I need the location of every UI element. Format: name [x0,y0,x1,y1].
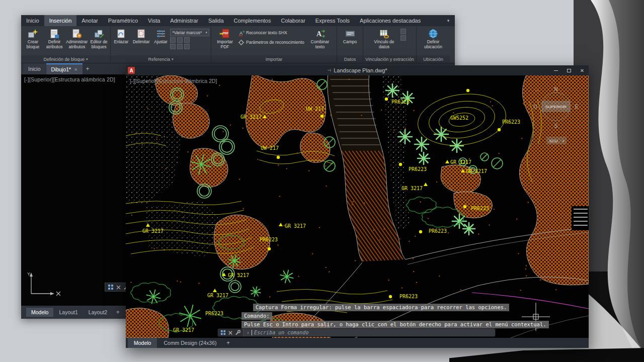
definir-atributos-button[interactable]: Definir atributos [44,28,65,50]
customize-grid-icon[interactable] [220,330,226,335]
manage-attributes-icon [71,28,83,39]
ribbon-tab-salida[interactable]: Salida [203,15,229,26]
compass-west: O [533,104,537,110]
panel-label-referencia[interactable]: Referencia▾ [111,55,211,63]
close-icon[interactable] [116,285,121,290]
minimize-button[interactable] [549,65,562,75]
xref-tool-icon[interactable] [184,44,190,49]
layout-tabs-back: ModeloLayout1Layout2 [26,308,112,317]
panel-vinculacion: Vínculo de datos Vinculación y extracció… [363,26,417,63]
layout-tab-layout1[interactable]: Layout1 [54,308,83,317]
layout-tab-layout2[interactable]: Layout2 [84,308,112,317]
plant-label: GW5252 [450,115,468,121]
plant-label: GR 3217 [466,168,487,174]
close-icon[interactable] [228,330,233,335]
panel-label-ubicacion[interactable]: Ubicación [417,55,450,63]
close-button[interactable]: ✕ [576,65,589,75]
importar-pdf-button[interactable]: PDF Importar PDF [213,28,237,50]
recognition-settings-icon [238,39,245,46]
adjust-icon [155,28,167,39]
plant-label: GR 3217 [142,228,164,234]
xref-tool-icon[interactable] [177,44,183,49]
customize-grid-icon[interactable] [108,284,114,290]
maximize-button[interactable] [562,65,576,75]
ribbon-tab-vista[interactable]: Vista [143,15,165,26]
reconocer-texto-shx-button[interactable]: A Reconocer texto SHX [238,29,306,37]
delimitar-button[interactable]: Delimitar [131,28,151,45]
svg-text:A: A [316,30,322,38]
panel-label-importar[interactable]: Importar [211,55,337,63]
panel-label-definicion-de-bloque[interactable]: Definición de bloque▾ [21,55,110,63]
ribbon-tab-inicio[interactable]: Inicio [21,15,44,26]
ajustar-button[interactable]: Ajustar [152,28,170,45]
ribbon-tab-express-tools[interactable]: Express Tools [310,15,355,26]
ribbon-tab-colaborar[interactable]: Colaborar [276,15,310,26]
xref-tool-icon[interactable] [177,37,183,43]
panel-referencia: Enlazar Delimitar Ajustar *Variar marcos… [111,26,211,63]
compass-east: E [575,104,579,110]
ribbon-tab-complementos[interactable]: Complementos [229,15,276,26]
xref-tool-icon[interactable] [170,37,176,43]
ribbon-options-button[interactable]: ▾ [442,15,455,26]
layout-tab-modelo[interactable]: Modelo [128,338,157,348]
plant-label: PR6223 [502,119,520,125]
plant-label: GR 3217 [450,159,471,165]
xref-tool-icon[interactable] [184,37,190,43]
window-title: Landscape Plan.dwg* [334,67,387,73]
wrench-icon[interactable] [235,330,240,335]
drawing-canvas[interactable]: GR 3217UW 217PR6223GW5252PR6223UW 217GR … [126,75,589,338]
file-tab-dibujo1[interactable]: Dibujo1*✕ [46,63,83,74]
variar-marcos-dropdown[interactable]: *Variar marcos*▾ [170,29,209,36]
file-tab-inicio[interactable]: Inicio [23,63,46,74]
shrub-symbol [418,152,430,164]
ribbon-tab-aplicaciones-destacadas[interactable]: Aplicaciones destacadas [355,15,426,26]
text-caret [252,330,252,335]
parametros-de-reconocimiento-button[interactable]: Parámetros de reconocimiento [238,38,306,47]
field-icon [345,28,356,39]
new-layout-button[interactable]: + [223,339,233,346]
layout-tab-comm-design-24x36[interactable]: Comm Design (24x36) [157,338,222,348]
new-drawing-tab-button[interactable]: + [83,63,93,74]
new-layout-button[interactable]: + [113,309,123,316]
vinculo-de-datos-button[interactable]: Vínculo de datos [371,28,397,50]
shrub-symbol [463,223,475,235]
editor-de-bloques-button[interactable]: Editor de bloques [89,28,109,50]
ribbon-tab-inserci-n[interactable]: Inserción [44,15,77,26]
viewport-controls-label[interactable]: [-][Superior][Estructura alámbrica 2D] [24,76,115,82]
ribbon-tab-administrar[interactable]: Administrar [165,15,203,26]
plant-label: PR6223 [260,237,278,242]
extract-data-icon[interactable] [400,29,406,34]
viewport-controls-label[interactable]: [-][Superior][Estructura alámbrica 2D] [130,78,217,84]
upload-data-icon[interactable] [400,35,406,41]
landscape-plan-window: A ⊣ Landscape Plan.dwg* ✕ [126,65,589,348]
command-input[interactable]: › Escriba un comando [244,329,495,336]
crear-bloque-button[interactable]: Crear bloque [23,28,43,50]
window-title-bar[interactable]: A ⊣ Landscape Plan.dwg* ✕ [126,65,589,75]
panel-importar: PDF Importar PDF A Reconocer texto SHX P… [211,26,337,63]
ribbon-tab-anotar[interactable]: Anotar [76,15,103,26]
panel-label-vinculacion[interactable]: Vinculación y extracción [363,55,416,63]
xref-tool-icon[interactable] [170,44,176,49]
define-attributes-icon [49,28,60,39]
enlazar-button[interactable]: Enlazar [112,28,130,45]
ucs-dropdown-label: SCU [549,139,558,143]
layout-tab-modelo[interactable]: Modelo [26,308,53,317]
combinar-texto-button[interactable]: A Combinar texto [307,28,333,50]
administrar-atributos-button[interactable]: Administrar atributos [66,28,89,50]
plant-label: GR 3217 [228,273,249,278]
ribbon-tab-param-trico[interactable]: Paramétrico [103,15,143,26]
definir-ubicacion-button[interactable]: Definir ubicación [419,28,447,50]
plant-label: PR6223 [429,228,447,234]
close-tab-icon[interactable]: ✕ [74,67,77,72]
plus-icon: + [86,65,89,72]
minimize-icon [554,70,558,71]
panel-label-datos[interactable]: Datos [337,55,363,63]
shrub-symbol [452,214,466,228]
wallpaper-dark-wedge [449,348,644,362]
chevron-down-icon: ▾ [562,139,565,143]
globe-icon [428,28,439,39]
plant-label: PR6223 [205,311,223,316]
campo-button[interactable]: Campo [339,28,361,45]
panel-ubicacion: Definir ubicación Ubicación [417,26,450,63]
chevron-down-icon: ▾ [172,57,174,61]
